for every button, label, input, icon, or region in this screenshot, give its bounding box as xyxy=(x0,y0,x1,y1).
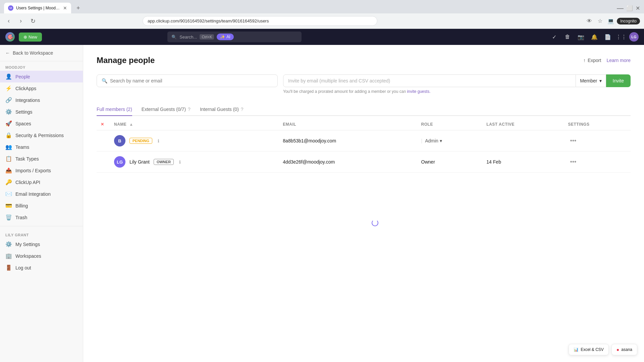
sidebar-item-logout[interactable]: 🚪 Log out xyxy=(0,262,83,274)
back-button[interactable]: ‹ xyxy=(4,16,13,26)
sidebar-item-teams[interactable]: 👥 Teams xyxy=(0,141,83,153)
back-to-workspace[interactable]: ← Back to Workspace xyxy=(0,45,83,61)
tasktypes-icon: 📋 xyxy=(5,156,12,162)
doc-icon[interactable]: 📄 xyxy=(602,32,613,42)
logout-icon: 🚪 xyxy=(5,264,12,271)
info-icon[interactable]: ℹ xyxy=(179,160,181,165)
sidebar-item-trash[interactable]: 🗑️ Trash xyxy=(0,212,83,223)
asana-promo[interactable]: ● asana xyxy=(611,344,637,355)
new-button[interactable]: ⊕ New xyxy=(19,33,42,42)
sidebar-item-label: Task Types xyxy=(15,156,39,162)
sidebar-item-mysettings[interactable]: ⚙️ My Settings xyxy=(0,238,83,250)
sidebar-item-clickupapi[interactable]: 🔑 ClickUp API xyxy=(0,176,83,188)
back-arrow-icon: ← xyxy=(5,50,10,56)
browser-title-bar: M Users Settings | Moodjoy ✕ + — ⬜ ✕ xyxy=(0,0,644,13)
table-row: B PENDING ℹ 8a8b53b1@moodjoy.com | Admin xyxy=(97,130,631,152)
spaces-icon: 🚀 xyxy=(5,120,12,127)
browser-toolbar: ‹ › ↻ app.clickup.com/9016164592/setting… xyxy=(0,13,644,28)
sidebar-item-spaces[interactable]: 🚀 Spaces xyxy=(0,118,83,129)
device-icon[interactable]: 💻 xyxy=(606,16,615,26)
camera-icon[interactable]: 📷 xyxy=(576,32,586,42)
trash-icon: 🗑️ xyxy=(5,214,12,221)
app-logo: 🎯 xyxy=(5,32,15,42)
more-options-button[interactable]: ••• xyxy=(568,137,578,145)
chevron-down-icon: ▾ xyxy=(440,138,442,143)
sidebar-item-tasktypes[interactable]: 📋 Task Types xyxy=(0,153,83,165)
help-icon[interactable]: ? xyxy=(188,107,191,112)
sort-icon[interactable]: ▲ xyxy=(129,122,133,127)
last-active-cell xyxy=(482,130,564,152)
sidebar-item-imports[interactable]: 📤 Imports / Exports xyxy=(0,165,83,176)
remove-cell xyxy=(97,152,110,173)
grid-icon[interactable]: ⋮⋮ xyxy=(616,32,627,42)
loading-cursor xyxy=(372,220,378,226)
tab-full-members[interactable]: Full members (2) xyxy=(97,103,132,116)
export-button[interactable]: ↑ Export xyxy=(583,58,601,63)
sidebar-item-workspaces[interactable]: 🏢 Workspaces xyxy=(0,250,83,262)
sidebar-item-integrations[interactable]: 🔗 Integrations xyxy=(0,94,83,106)
role-cell: Owner xyxy=(417,152,483,173)
excel-label: Excel & CSV xyxy=(581,347,604,352)
member-avatar: B xyxy=(114,135,125,146)
sidebar-item-label: My Settings xyxy=(15,242,40,247)
sidebar-item-settings[interactable]: ⚙️ Settings xyxy=(0,106,83,118)
settings-cell: ••• xyxy=(564,152,631,173)
star-icon[interactable]: ☆ xyxy=(595,16,605,26)
settings-cell: ••• xyxy=(564,130,631,152)
minimize-button[interactable]: — xyxy=(617,4,624,12)
maximize-button[interactable]: ⬜ xyxy=(626,4,633,12)
learn-more-button[interactable]: Learn more xyxy=(606,58,631,63)
excel-csv-promo[interactable]: 📊 Excel & CSV xyxy=(569,344,609,355)
col-role: ROLE xyxy=(417,119,483,130)
search-input-wrap[interactable]: 🔍 xyxy=(97,74,278,87)
sidebar-item-security[interactable]: 🔒 Security & Permissions xyxy=(0,129,83,141)
last-active-value: 14 Feb xyxy=(486,159,501,165)
sidebar-item-people[interactable]: 👤 People xyxy=(0,71,83,82)
close-button[interactable]: ✕ xyxy=(636,4,640,12)
col-name[interactable]: NAME ▲ xyxy=(110,119,279,130)
app-layout: ← Back to Workspace MOODJOY 👤 People ⚡ C… xyxy=(0,45,644,362)
browser-tab-close[interactable]: ✕ xyxy=(63,5,67,11)
help-icon[interactable]: ? xyxy=(241,107,244,112)
user-avatar-top[interactable]: LG xyxy=(629,32,639,42)
sidebar-item-clickapps[interactable]: ⚡ ClickApps xyxy=(0,82,83,94)
new-tab-button[interactable]: + xyxy=(74,3,83,13)
forward-button[interactable]: › xyxy=(16,16,25,26)
workspaces-icon: 🏢 xyxy=(5,253,12,259)
search-input[interactable] xyxy=(110,78,273,83)
eye-off-icon[interactable]: 👁 xyxy=(585,16,594,26)
sidebar-item-label: Imports / Exports xyxy=(15,168,51,173)
people-icon: 👤 xyxy=(5,73,12,80)
info-icon[interactable]: ℹ xyxy=(158,138,159,143)
invite-guests-link[interactable]: invite guests. xyxy=(407,89,430,94)
invite-button[interactable]: Invite xyxy=(606,74,631,87)
browser-chrome: M Users Settings | Moodjoy ✕ + — ⬜ ✕ ‹ ›… xyxy=(0,0,644,29)
member-role-select[interactable]: Member ▾ xyxy=(576,74,606,87)
browser-tab[interactable]: M Users Settings | Moodjoy ✕ xyxy=(4,3,71,13)
chevron-down-icon: ▾ xyxy=(599,78,602,83)
refresh-button[interactable]: ↻ xyxy=(28,16,38,26)
page-actions: ↑ Export Learn more xyxy=(583,58,631,63)
browser-toolbar-icons: 👁 ☆ 💻 Incognito xyxy=(585,16,640,26)
sidebar-item-emailintegration[interactable]: ✉️ Email Integration xyxy=(0,188,83,200)
page-header: Manage people ↑ Export Learn more xyxy=(97,56,631,65)
owner-role-label: Owner xyxy=(421,159,435,165)
sidebar-item-label: Settings xyxy=(15,109,33,115)
sidebar-item-billing[interactable]: 💳 Billing xyxy=(0,200,83,212)
asana-icon: ● xyxy=(616,347,619,352)
tab-internal-guests[interactable]: Internal Guests (0) ? xyxy=(200,103,244,116)
tabs: Full members (2) External Guests (0/7) ?… xyxy=(97,103,631,116)
bell-icon[interactable]: 🔔 xyxy=(589,32,600,42)
trash-topbar-icon[interactable]: 🗑 xyxy=(562,32,573,42)
checkmark-icon[interactable]: ✓ xyxy=(549,32,559,42)
main-content: Manage people ↑ Export Learn more 🔍 Invi… xyxy=(83,45,644,362)
address-bar[interactable]: app.clickup.com/9016164592/settings/team… xyxy=(143,16,377,26)
tab-external-guests[interactable]: External Guests (0/7) ? xyxy=(142,103,191,116)
role-dropdown[interactable]: Admin ▾ xyxy=(425,138,442,143)
app-search[interactable]: 🔍 Search... Ctrl+K ✨ AI xyxy=(167,32,302,42)
email-cell: 8a8b53b1@moodjoy.com xyxy=(279,130,417,152)
api-icon: 🔑 xyxy=(5,179,12,185)
email-cell: 4dd3e26f@moodjoy.com xyxy=(279,152,417,173)
more-options-button[interactable]: ••• xyxy=(568,158,578,166)
invite-email-field[interactable]: Invite by email (multiple lines and CSV … xyxy=(283,74,576,87)
